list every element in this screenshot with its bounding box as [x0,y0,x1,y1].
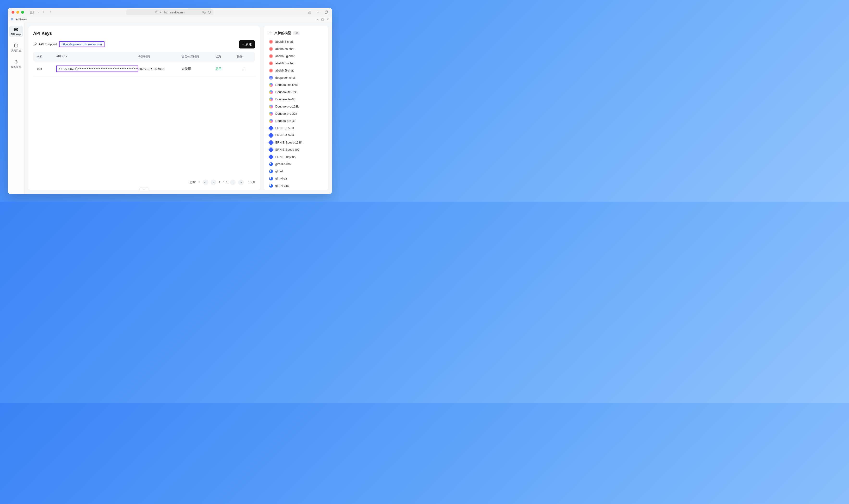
model-item[interactable]: glm-4-air [268,175,323,182]
model-item[interactable]: glm-4-flash [268,190,323,190]
share-icon[interactable] [308,10,312,14]
toolbar-left-icons [30,10,40,14]
model-item[interactable]: Doubao-lite-4k [268,96,323,103]
model-item[interactable]: deepseek-chat [268,74,323,82]
traffic-lights [12,11,24,14]
sidebar-item-label: 调用日志 [11,49,21,52]
model-name: Doubao-pro-32k [275,112,297,115]
model-item[interactable]: Doubao-pro-4k [268,118,323,125]
glm-icon [269,177,273,180]
pager-next-button[interactable]: › [230,180,236,185]
browser-window: hzh.sealos.run AI Proxy − ▢ ✕ A [8,8,332,194]
model-item[interactable]: Doubao-lite-128k [268,82,323,89]
pager-perpage[interactable]: 10/页 [248,180,255,184]
forward-button[interactable] [49,10,53,14]
glm-icon [269,184,273,188]
sidebar-item-logs[interactable]: 调用日志 [10,41,23,54]
sidebar-item-apikeys[interactable]: API Keys [9,26,23,37]
model-item[interactable]: ERNIE-3.5-8K [268,125,323,132]
endpoint-row: API Endpoint https://aiproxy.hzh.sealos.… [33,40,255,49]
model-item[interactable]: ERNIE-Speed-8K [268,146,323,154]
tabs-icon[interactable] [324,10,328,14]
ernie-icon [268,154,274,160]
back-button[interactable] [41,10,46,14]
model-name: ERNIE-Tiny-8K [275,155,296,159]
apikeys-card: API Keys API Endpoint https://aiproxy.hz… [28,26,260,190]
sidebar-item-label: 模型价格 [11,65,21,69]
model-item[interactable]: abab6.5s-chat [268,60,323,67]
col-action: 操作 [237,55,251,59]
sidebar: API Keys 调用日志 ¥ 模型价格 [8,22,24,194]
model-item[interactable]: Doubao-lite-32k [268,89,323,96]
model-item[interactable]: glm-4-airx [268,182,323,190]
model-item[interactable]: abab6.5g-chat [268,53,323,60]
cell-status: 启用 [215,67,237,71]
model-item[interactable]: ERNIE-4.0-8K [268,132,323,139]
maximize-window-button[interactable] [21,11,24,14]
wave-icon [269,69,273,72]
model-item[interactable]: ERNIE-Speed-128K [268,139,323,146]
model-name: ERNIE-Speed-128K [275,141,302,144]
model-name: abab6.5s-chat [275,62,294,65]
dou-icon [269,119,273,123]
list-icon [268,31,273,35]
reload-icon[interactable] [208,11,211,14]
model-item[interactable]: abab6.5t-chat [268,67,323,74]
model-item[interactable]: abab5.5s-chat [268,46,323,53]
models-count-badge: 38 [293,31,299,35]
endpoint-url[interactable]: https://aiproxy.hzh.sealos.run [59,41,104,47]
chevron-down-icon[interactable] [37,11,40,14]
drawer-handle[interactable]: ︿ [139,187,149,191]
model-item[interactable]: abab5.5-chat [268,38,323,46]
pager-last-button[interactable]: ⇥ [238,180,244,185]
col-status: 状态 [215,55,237,59]
dou-icon [269,90,273,94]
app-maximize-icon[interactable]: ▢ [321,18,324,21]
ernie-icon [268,125,274,131]
row-actions-button[interactable]: ⋮ [237,67,251,71]
main-area: API Keys API Endpoint https://aiproxy.hz… [24,22,332,194]
pager-total-label: 总数: [190,180,196,184]
model-name: Doubao-pro-4k [275,119,295,123]
url-bar[interactable]: hzh.sealos.run [126,10,213,15]
toolbar-right-icons [308,10,328,14]
model-name: abab6.5g-chat [275,54,295,58]
model-name: Doubao-lite-4k [275,98,295,101]
model-name: glm-4-airx [275,184,289,187]
translate-icon[interactable] [202,11,206,14]
model-item[interactable]: glm-3-turbo [268,161,323,168]
app-tab-title: AI Proxy [16,18,27,21]
table-header: 名称 API KEY 创建时间 最后使用时间 状态 操作 [33,52,255,62]
sidebar-toggle-icon[interactable] [30,10,34,14]
models-list: abab5.5-chatabab5.5s-chatabab6.5g-chatab… [268,38,323,190]
ernie-icon [268,147,274,152]
model-name: deepseek-chat [275,76,295,79]
pager-first-button[interactable]: ⇤ [203,180,208,185]
pager-prev-button[interactable]: ‹ [211,180,216,185]
sidebar-item-label: API Keys [11,33,21,36]
app-minimize-icon[interactable]: − [317,18,318,21]
new-apikey-button[interactable]: + 新建 [239,40,255,49]
deep-icon [269,76,273,80]
model-item[interactable]: Doubao-pro-32k [268,110,323,118]
model-name: Doubao-pro-128k [275,105,299,108]
wave-icon [269,61,273,65]
svg-rect-7 [204,12,205,13]
sidebar-item-pricing[interactable]: ¥ 模型价格 [10,58,23,70]
model-item[interactable]: glm-4 [268,168,323,175]
content-area: API Keys 调用日志 ¥ 模型价格 API Keys API Endpoi… [8,22,332,194]
cell-apikey[interactable]: sk-JzxxG2xl*****************************… [56,66,138,72]
model-name: abab6.5t-chat [275,69,294,72]
titlebar: hzh.sealos.run [8,8,332,17]
cell-name: test [37,67,56,71]
svg-text:¥: ¥ [16,61,17,63]
model-item[interactable]: Doubao-pro-128k [268,103,323,110]
svg-point-14 [16,29,17,30]
dou-icon [269,97,273,101]
model-item[interactable]: ERNIE-Tiny-8K [268,154,323,161]
app-close-icon[interactable]: ✕ [327,18,329,21]
new-tab-icon[interactable] [316,10,320,14]
close-window-button[interactable] [12,11,14,14]
pager-sep: / [223,181,223,184]
minimize-window-button[interactable] [16,11,19,14]
